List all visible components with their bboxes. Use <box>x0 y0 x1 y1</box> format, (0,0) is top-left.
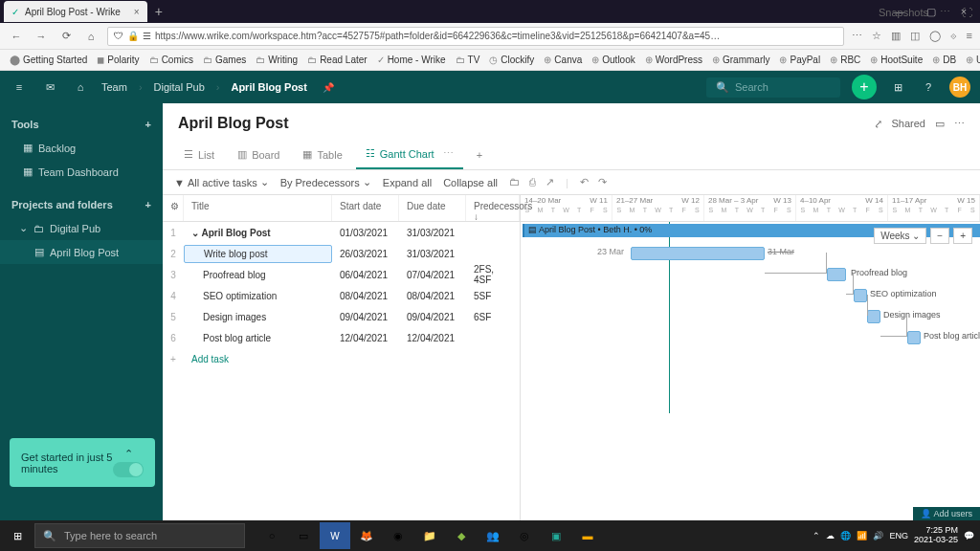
col-due[interactable]: Due date <box>399 195 466 221</box>
teams-icon[interactable]: 👥 <box>478 522 508 549</box>
col-pred[interactable]: Predecessors ↓ <box>466 195 520 221</box>
browser-tab[interactable]: ✓ April Blog Post - Wrike × <box>4 1 147 22</box>
due-date[interactable]: 31/03/2021 <box>399 225 466 241</box>
new-tab-button[interactable]: + <box>155 4 163 19</box>
table-row[interactable]: 1 ⌄ April Blog Post 01/03/2021 31/03/202… <box>163 222 520 243</box>
close-icon[interactable]: × <box>134 7 140 17</box>
undo-icon[interactable]: ↶ <box>580 176 589 188</box>
start-date[interactable]: 08/04/2021 <box>332 288 399 304</box>
toggle[interactable] <box>113 462 144 477</box>
volume-icon[interactable]: 🔊 <box>873 531 883 540</box>
home-icon[interactable]: ⌂ <box>71 81 90 93</box>
bookmark-item[interactable]: ⊕Outlook <box>588 53 638 67</box>
due-date[interactable]: 12/04/2021 <box>399 330 466 346</box>
start-date[interactable]: 01/03/2021 <box>332 225 399 241</box>
task-title[interactable]: Proofread blog <box>184 267 332 283</box>
start-button[interactable]: ⊞ <box>0 520 34 551</box>
app-icon[interactable]: ◆ <box>446 522 477 549</box>
menu-icon[interactable]: ≡ <box>967 30 972 42</box>
tab-table[interactable]: ▦Table <box>293 140 351 169</box>
gear-icon[interactable]: ⚙ <box>163 195 184 221</box>
due-date[interactable]: 07/04/2021 <box>399 267 466 283</box>
plus-icon[interactable]: + <box>163 351 184 367</box>
task-title[interactable]: Design images <box>184 309 332 325</box>
sidebar-icon[interactable]: ◫ <box>910 30 920 42</box>
clock[interactable]: 7:25 PM 2021-03-25 <box>914 526 958 545</box>
sidebar-digital-pub[interactable]: ⌄🗀Digital Pub <box>0 216 163 240</box>
firefox-icon[interactable]: 🦊 <box>351 522 382 549</box>
export-icon[interactable]: ↗ <box>546 176 554 188</box>
redo-icon[interactable]: ↷ <box>598 176 607 188</box>
col-title[interactable]: Title <box>184 195 332 221</box>
add-task-button[interactable]: Add task <box>184 351 236 367</box>
more-icon[interactable]: ⋯ <box>852 30 862 42</box>
more-icon[interactable]: ⋯ <box>954 118 965 130</box>
predecessors[interactable] <box>466 251 520 256</box>
predecessors[interactable] <box>466 230 520 235</box>
gantt-bar-proofread[interactable] <box>827 268 846 281</box>
add-view-button[interactable]: + <box>467 140 492 169</box>
star-icon[interactable]: ☆ <box>872 30 881 42</box>
sidebar-team-dashboard[interactable]: ▦Team Dashboard <box>0 160 163 184</box>
apps-icon[interactable]: ⊞ <box>888 81 907 94</box>
folder-icon[interactable]: 🗀 <box>509 176 520 188</box>
chrome-icon[interactable]: ◉ <box>383 522 413 549</box>
account-icon[interactable]: ◯ <box>929 30 941 42</box>
back-icon[interactable]: ← <box>8 28 25 45</box>
tray-up-icon[interactable]: ⌃ <box>813 531 820 540</box>
bookmark-item[interactable]: ◷Clockify <box>485 53 538 67</box>
start-date[interactable]: 26/03/2021 <box>332 246 399 262</box>
bookmark-item[interactable]: ⊕Canva <box>540 53 586 67</box>
start-date[interactable]: 12/04/2021 <box>332 330 399 346</box>
bookmark-item[interactable]: ⊕Unsplash <box>962 53 980 67</box>
get-started-banner[interactable]: Get started in just 5 minutes ⌃ <box>10 438 155 487</box>
bookmark-item[interactable]: ⊕RBC <box>826 53 864 67</box>
task-title[interactable]: SEO optimization <box>184 288 332 304</box>
bookmark-item[interactable]: ⬤Getting Started <box>6 53 91 67</box>
col-start[interactable]: Start date <box>332 195 399 221</box>
task-title[interactable]: Post blog article <box>184 330 332 346</box>
bookmark-item[interactable]: ⊕PayPal <box>775 53 824 67</box>
add-button[interactable]: + <box>852 75 877 99</box>
plus-icon[interactable]: + <box>145 199 151 210</box>
expand-all-button[interactable]: Expand all <box>383 177 432 188</box>
app-icon[interactable]: ▣ <box>541 522 571 549</box>
breadcrumb[interactable]: Digital Pub <box>154 81 205 93</box>
obs-icon[interactable]: ◎ <box>509 522 540 549</box>
shared-label[interactable]: Shared <box>892 118 925 129</box>
zoom-select[interactable]: Weeks ⌄ <box>874 228 926 244</box>
add-users-button[interactable]: 👤 Add users <box>913 507 980 520</box>
bookmark-item[interactable]: ⊕DB <box>928 53 960 67</box>
bookmark-item[interactable]: 🗀Read Later <box>303 53 370 67</box>
more-icon[interactable]: ⋯ <box>940 6 950 18</box>
sort-by[interactable]: By Predecessors⌄ <box>280 176 371 188</box>
predecessors[interactable]: 2FS, 4SF <box>466 261 520 288</box>
bookmark-item[interactable]: 🗀Comics <box>145 53 197 67</box>
bookmark-item[interactable]: ◼Polarity <box>93 53 143 67</box>
bookmark-item[interactable]: ⊕WordPress <box>641 53 706 67</box>
search-input[interactable]: 🔍 Search <box>706 77 840 98</box>
tab-list[interactable]: ☰List <box>174 140 224 169</box>
network-icon[interactable]: 🌐 <box>840 531 851 540</box>
bookmark-item[interactable]: ✓Home - Wrike <box>373 53 450 67</box>
breadcrumb-current[interactable]: April Blog Post <box>231 81 306 93</box>
snapshots-button[interactable]: Snapshots <box>879 7 928 18</box>
plus-icon[interactable]: + <box>145 119 151 130</box>
avatar[interactable]: BH <box>949 77 970 98</box>
predecessors[interactable]: 5SF <box>466 288 520 304</box>
sidebar-backlog[interactable]: ▦Backlog <box>0 136 163 160</box>
gantt-bar-write[interactable] <box>631 247 765 260</box>
due-date[interactable]: 31/03/2021 <box>399 246 466 262</box>
bookmark-item[interactable]: ⊕HootSuite <box>866 53 926 67</box>
tab-board[interactable]: ▥Board <box>228 140 289 169</box>
predecessors[interactable]: 6SF <box>466 309 520 325</box>
start-date[interactable]: 09/04/2021 <box>332 309 399 325</box>
table-row[interactable]: 5 Design images 09/04/2021 09/04/2021 6S… <box>163 306 520 327</box>
home-icon[interactable]: ⌂ <box>82 28 100 45</box>
zoom-out-button[interactable]: − <box>930 228 949 244</box>
word-icon[interactable]: W <box>320 522 350 549</box>
task-title[interactable]: ⌄ April Blog Post <box>184 225 332 241</box>
calendar-icon[interactable]: ▭ <box>935 118 945 130</box>
gantt-bar-seo[interactable] <box>854 289 867 302</box>
due-date[interactable]: 09/04/2021 <box>399 309 466 325</box>
